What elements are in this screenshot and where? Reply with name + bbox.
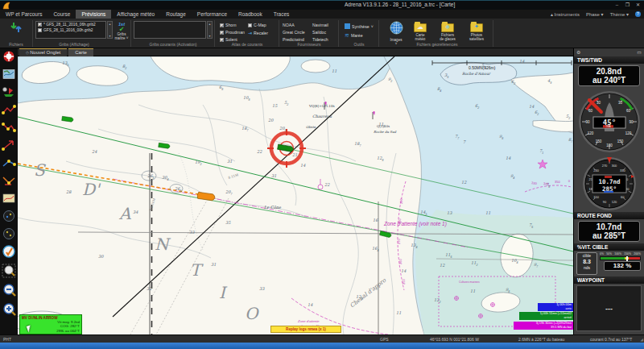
svg-text:60: 60: [626, 109, 631, 113]
tab-course[interactable]: Course: [47, 10, 76, 19]
atlas-recaler[interactable]: ⇥Recaler: [246, 29, 270, 36]
compass-check-icon[interactable]: [3, 246, 14, 257]
group-atlas: Atlas de courants: [216, 42, 279, 47]
new-tab-button[interactable]: ◇ Nouvel Onglet: [19, 48, 67, 56]
provider-noaa[interactable]: NOAA: [283, 23, 295, 27]
svg-text:270: 270: [397, 239, 401, 244]
provider-saildoc[interactable]: Saildoc: [312, 30, 326, 35]
route-fond-header: ROUTE FOND: [574, 212, 644, 219]
gribs-courants-scroll[interactable]: ▴▾: [207, 21, 213, 39]
svg-text:Q(3)10s: Q(3)10s: [377, 124, 390, 128]
atlas-cmap[interactable]: C-Map: [246, 22, 268, 28]
svg-text:30: 30: [98, 254, 104, 259]
grib-item-1[interactable]: * GFS_28_11_2016_06h.grib2: [36, 22, 105, 27]
svg-text:Cultures marines: Cultures marines: [459, 280, 480, 284]
provider-great-circle[interactable]: Great Circle: [283, 30, 305, 35]
check-icon: ✔: [114, 27, 130, 32]
svg-text:S: S: [34, 160, 46, 180]
chart-icon[interactable]: [3, 70, 14, 79]
svg-text:60: 60: [621, 195, 625, 199]
gribs-maitre-button[interactable]: 1st ✔ Gribsmaître ˅: [114, 22, 130, 40]
zoom-window-icon[interactable]: [2, 264, 15, 277]
globe-icon: [390, 21, 403, 35]
tab-previsions[interactable]: Prévisions: [76, 10, 111, 19]
svg-text:22: 22: [257, 149, 262, 154]
carte-meteo-button[interactable]: ☁ Cartemétéo: [409, 21, 431, 41]
panel-toolbar: ⚙ ▭: [574, 48, 644, 56]
atlas-shom[interactable]: Shom: [218, 22, 238, 28]
route-waypoints-icon[interactable]: [2, 105, 16, 114]
eta-box-blue: 1j 00h 00marriv: [538, 303, 573, 311]
route-edit-icon[interactable]: [2, 123, 16, 132]
atlas-proudman[interactable]: Proudman: [218, 29, 246, 35]
route-blue-icon[interactable]: [3, 160, 16, 166]
svg-text:12: 12: [461, 180, 467, 185]
compass-dial: 270 300 240 330 210 0 180 30 150 60 90 1…: [574, 156, 644, 212]
zoom-in-icon[interactable]: [4, 304, 15, 315]
sog-readout: 10.7nd: [598, 178, 620, 185]
maximize-button[interactable]: ❐: [623, 2, 632, 9]
svg-text:290: 290: [399, 198, 403, 204]
route-fond-value: 10.7nd au 285°T: [578, 221, 640, 242]
svg-text:16: 16: [373, 218, 378, 222]
gauge-marker: [626, 256, 628, 261]
svg-text:33: 33: [189, 230, 195, 235]
weather-folder-icon: ☁: [414, 23, 427, 32]
route-arrow-icon[interactable]: [2, 141, 13, 151]
measure-circle-icon[interactable]: [4, 211, 14, 222]
svg-text:280: 280: [398, 218, 402, 224]
svg-text:28: 28: [66, 189, 72, 194]
ice-folder-icon: ❄: [441, 23, 454, 32]
svg-text:15: 15: [272, 103, 278, 108]
gribs-courants-list[interactable]: [134, 21, 206, 39]
synthese-button[interactable]: Synthèse˅: [343, 23, 375, 30]
boat-track-icon[interactable]: [3, 88, 14, 98]
route-multi-icon[interactable]: [3, 177, 14, 185]
provider-navimail[interactable]: Navimail: [312, 23, 328, 27]
chart-tab-bar: ◇ Nouvel Onglet Carte: [18, 48, 573, 56]
svg-text:31: 31: [271, 173, 276, 178]
minimize-button[interactable]: –: [613, 2, 621, 9]
grib-1-checkbox[interactable]: [38, 23, 42, 27]
grib-item-2[interactable]: GFS_28_11_2016_00h.grib2: [36, 27, 105, 33]
grib-2-checkbox[interactable]: [38, 28, 42, 32]
nautical-chart[interactable]: 0.50MN(926m): [18, 56, 573, 334]
gribs-list[interactable]: * GFS_28_11_2016_06h.grib2 GFS_28_11_201…: [35, 21, 106, 39]
svg-text:Roche du Sud: Roche du Sud: [374, 130, 397, 134]
tab-roadbook[interactable]: Roadbook: [233, 10, 268, 19]
svg-text:30: 30: [618, 101, 623, 105]
gear-icon[interactable]: ⚙: [576, 48, 580, 56]
close-button[interactable]: ✕: [634, 2, 642, 9]
panel-menu-icon[interactable]: ▭: [637, 48, 642, 56]
bearing-circle-icon[interactable]: [4, 229, 14, 239]
tab-carte[interactable]: Carte: [68, 48, 93, 56]
help-icon[interactable]: ?: [635, 11, 641, 17]
tab-affichage-meteo[interactable]: Affichage météo: [111, 10, 160, 19]
menu-bar: WP et Parcours Course Prévisions Afficha…: [0, 10, 644, 19]
svg-text:22: 22: [324, 182, 330, 187]
theme-menu[interactable]: Thème ▾: [610, 11, 629, 17]
tab-traces[interactable]: Traces: [268, 10, 295, 19]
eta-box-magenta: 3j 19h 30mn (+2j19h29mn39.5 MN du bat: [514, 322, 573, 330]
tab-performance[interactable]: Performance: [192, 10, 233, 19]
waypoint-value: ---: [576, 285, 642, 331]
chart-area[interactable]: 0.50MN(926m): [18, 56, 573, 334]
gribs-list-scroll[interactable]: ▴▾: [107, 21, 113, 39]
svg-text:A: A: [118, 204, 131, 223]
replay-indicator[interactable]: Replay logs nmea (x 1): [270, 326, 341, 333]
maree-button[interactable]: ≋Marée: [343, 31, 365, 39]
svg-text:31: 31: [211, 262, 216, 267]
taskbar-strip: [0, 343, 644, 349]
target-speed-block: cible 8.3 nds 0%50%100%150%200% 132 %: [574, 251, 644, 276]
georef-photo-icon[interactable]: [3, 194, 14, 202]
mob-lifebuoy-icon[interactable]: [4, 52, 14, 61]
zoom-out-icon[interactable]: [4, 285, 15, 296]
tab-routage[interactable]: Routage: [160, 10, 192, 19]
phase-menu[interactable]: Phase ▾: [586, 11, 604, 17]
percent-scale: 0%50%100%150%200%: [599, 252, 642, 256]
tab-wp-et-parcours[interactable]: WP et Parcours: [0, 10, 47, 19]
photos-satellites-button[interactable]: ✦ Photossatellites: [464, 21, 489, 41]
fichiers-glaces-button[interactable]: ❄ Fichiersde glaces: [435, 21, 460, 41]
instruments-menu[interactable]: ▴ Instruments: [551, 11, 580, 17]
svg-text:120: 120: [625, 131, 632, 135]
